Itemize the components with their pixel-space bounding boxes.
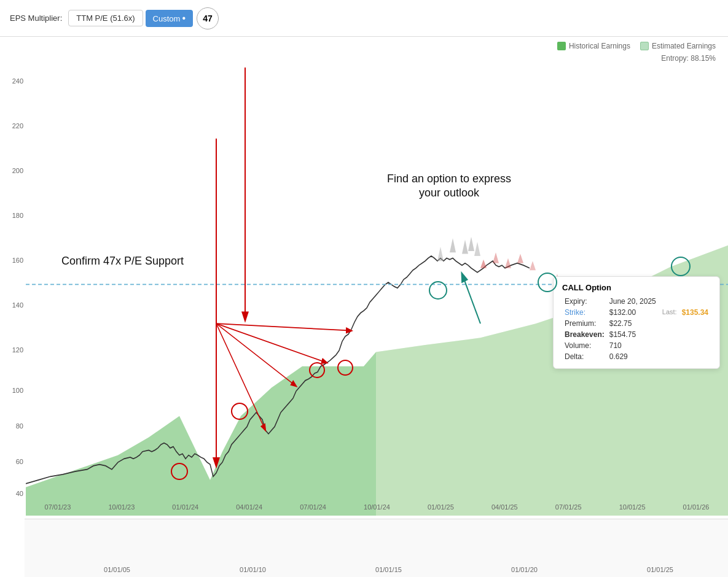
- svg-line-13: [216, 323, 265, 430]
- legend-historical-label: Historical Earnings: [569, 42, 630, 50]
- y-label-220: 220: [12, 122, 23, 130]
- svg-marker-6: [493, 252, 499, 263]
- x-nav-1: 01/01/10: [185, 566, 321, 577]
- last-value: $135.34: [679, 307, 711, 318]
- svg-line-15: [216, 323, 327, 363]
- y-label-140: 140: [12, 301, 23, 309]
- y-axis: 240 220 200 180 160 140 120 100 80 60 40: [0, 68, 26, 516]
- entropy-label: Entropy: 88.15%: [661, 54, 716, 63]
- x-nav-0: 01/01/05: [49, 566, 185, 577]
- legend-historical-color: [557, 42, 566, 50]
- ttm-pe-button[interactable]: TTM P/E (51.6x): [68, 10, 143, 26]
- eps-multiplier-label: EPS Multiplier:: [10, 14, 62, 23]
- x-main-9: 10/01/25: [600, 503, 664, 516]
- x-nav-4: 01/01/25: [592, 566, 728, 577]
- x-main-1: 10/01/23: [90, 503, 154, 516]
- expiry-value: June 20, 2025: [607, 296, 659, 307]
- top-bar: EPS Multiplier: TTM P/E (51.6x) Custom 4…: [0, 0, 728, 37]
- legend-estimated-color: [640, 42, 649, 50]
- svg-line-14: [216, 323, 296, 386]
- breakeven-label: Breakeven:: [562, 329, 607, 340]
- legend-estimated: Estimated Earnings: [640, 42, 716, 50]
- strike-value: $132.00: [607, 307, 659, 318]
- delta-label: Delta:: [562, 351, 607, 362]
- x-nav-3: 01/01/20: [456, 566, 592, 577]
- x-main-4: 07/01/24: [281, 503, 345, 516]
- svg-marker-9: [530, 261, 536, 270]
- svg-marker-7: [505, 258, 511, 268]
- premium-value: $22.75: [607, 318, 659, 329]
- x-nav-2: 01/01/15: [321, 566, 456, 577]
- legend: Historical Earnings Estimated Earnings: [557, 42, 716, 50]
- custom-button[interactable]: Custom: [146, 10, 193, 27]
- x-main-10: 01/01/26: [664, 503, 728, 516]
- svg-marker-1: [462, 239, 468, 254]
- y-label-180: 180: [12, 212, 23, 219]
- svg-marker-4: [437, 247, 444, 261]
- svg-marker-8: [517, 254, 523, 263]
- last-label: Last:: [659, 307, 679, 318]
- x-main-5: 10/01/24: [345, 503, 409, 516]
- x-main-0: 07/01/23: [26, 503, 90, 516]
- svg-marker-5: [480, 260, 487, 268]
- y-label-80: 80: [16, 422, 23, 430]
- y-label-60: 60: [16, 458, 23, 465]
- x-main-8: 07/01/25: [536, 503, 600, 516]
- premium-label: Premium:: [562, 318, 607, 329]
- legend-historical: Historical Earnings: [557, 42, 630, 50]
- y-label-160: 160: [12, 257, 23, 264]
- chart-wrapper: Historical Earnings Estimated Earnings E…: [0, 37, 728, 577]
- svg-line-18: [462, 274, 480, 323]
- historical-earnings-area: [26, 352, 376, 516]
- x-main-7: 04/01/25: [472, 503, 536, 516]
- svg-line-16: [216, 323, 351, 331]
- y-label-100: 100: [12, 387, 23, 394]
- strike-label: Strike:: [562, 307, 607, 318]
- breakeven-value: $154.75: [607, 329, 659, 340]
- expiry-label: Expiry:: [562, 296, 607, 307]
- svg-marker-3: [474, 242, 480, 256]
- y-label-240: 240: [12, 77, 23, 85]
- delta-value: 0.629: [607, 351, 659, 362]
- option-card[interactable]: CALL Option Expiry: June 20, 2025 Strike…: [553, 276, 720, 369]
- navigator: 01/01/05 01/01/10 01/01/15 01/01/20 01/0…: [25, 519, 728, 577]
- svg-marker-2: [468, 237, 474, 251]
- y-label-120: 120: [12, 346, 23, 354]
- y-label-200: 200: [12, 167, 23, 174]
- y-label-40: 40: [16, 490, 23, 497]
- x-main-2: 01/01/24: [154, 503, 217, 516]
- x-axis-main: 07/01/23 10/01/23 01/01/24 04/01/24 07/0…: [26, 503, 728, 516]
- option-card-title: CALL Option: [562, 283, 711, 292]
- custom-value-circle[interactable]: 47: [197, 7, 219, 29]
- volume-label: Volume:: [562, 340, 607, 351]
- svg-marker-0: [450, 238, 456, 252]
- legend-estimated-label: Estimated Earnings: [652, 42, 716, 50]
- x-axis-nav: 01/01/05 01/01/10 01/01/15 01/01/20 01/0…: [49, 566, 728, 577]
- x-main-6: 01/01/25: [409, 503, 472, 516]
- x-main-3: 04/01/24: [217, 503, 281, 516]
- volume-value: 710: [607, 340, 659, 351]
